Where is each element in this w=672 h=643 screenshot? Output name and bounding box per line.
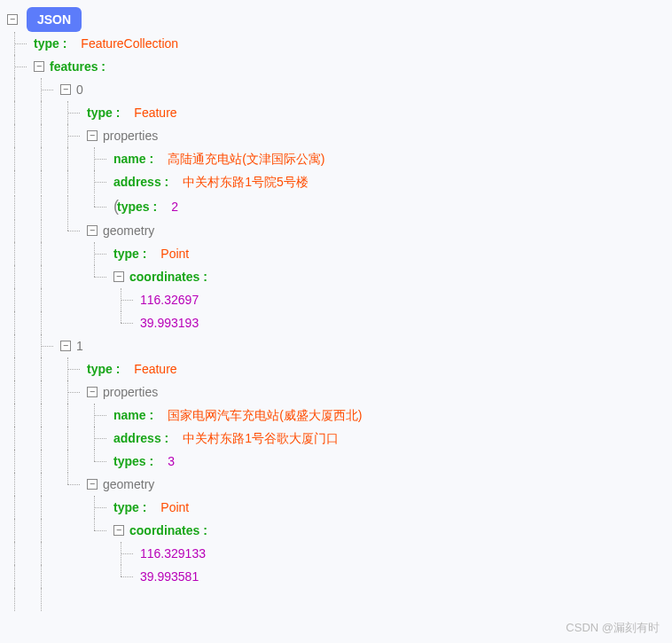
collapse-icon[interactable]: − xyxy=(87,387,98,397)
object-label: geometry xyxy=(103,474,154,494)
types-row: ( types : 2 xyxy=(7,193,665,219)
object-label: geometry xyxy=(103,221,154,240)
value-number: 39.993581 xyxy=(140,567,199,586)
name-row: name : 高陆通充电站(文津国际公寓) xyxy=(7,147,665,170)
geometry-row[interactable]: − geometry xyxy=(7,473,665,496)
types-row: types : 3 xyxy=(7,450,665,473)
collapse-icon[interactable]: − xyxy=(113,525,124,536)
key-label: type : xyxy=(34,34,66,53)
coord-row: 39.993193 xyxy=(7,311,665,334)
collapse-icon[interactable]: − xyxy=(7,14,18,25)
type-row: type : FeatureCollection xyxy=(7,32,665,55)
key-label: name : xyxy=(113,405,153,425)
collapse-icon[interactable]: − xyxy=(87,479,98,490)
value-string: 国家电网汽车充电站(威盛大厦西北) xyxy=(168,405,362,425)
value-string: Feature xyxy=(134,103,176,122)
coord-row: 39.993581 xyxy=(7,565,665,588)
object-label: properties xyxy=(103,126,158,145)
value-number: 39.993193 xyxy=(140,313,199,333)
address-row: address : 中关村东路1号院5号楼 xyxy=(7,170,665,193)
key-label: types : xyxy=(113,451,153,471)
key-label: name : xyxy=(113,149,153,169)
properties-row[interactable]: − properties xyxy=(7,124,665,147)
type-row: type : Feature xyxy=(7,357,665,380)
key-label: types : xyxy=(117,197,157,216)
properties-row[interactable]: − properties xyxy=(7,380,665,404)
coord-row: 116.32697 xyxy=(7,288,665,311)
key-label: type : xyxy=(113,498,146,517)
value-number: 2 xyxy=(171,197,178,216)
object-label: properties xyxy=(103,382,158,402)
key-label: coordinates : xyxy=(129,267,207,286)
collapse-icon[interactable]: − xyxy=(60,341,71,351)
address-row: address : 中关村东路1号谷歌大厦门口 xyxy=(7,427,665,450)
continuation xyxy=(7,588,665,611)
array-index: 1 xyxy=(76,336,83,356)
geom-type-row: type : Point xyxy=(7,496,665,519)
key-label: features : xyxy=(50,57,105,76)
root-row[interactable]: − JSON xyxy=(7,7,665,32)
value-number: 116.329133 xyxy=(140,544,206,563)
key-label: coordinates : xyxy=(129,521,207,540)
value-string: FeatureCollection xyxy=(81,34,178,53)
array-index: 0 xyxy=(76,80,83,99)
value-string: 中关村东路1号谷歌大厦门口 xyxy=(183,428,339,448)
collapse-icon[interactable]: − xyxy=(113,271,124,282)
array-index-row[interactable]: − 1 xyxy=(7,334,665,357)
json-tree: − JSON type : FeatureCollection − featur… xyxy=(7,7,665,611)
coord-row: 116.329133 xyxy=(7,542,665,565)
type-row: type : Feature xyxy=(7,101,665,124)
key-label: type : xyxy=(113,244,146,263)
root-badge: JSON xyxy=(27,7,82,32)
value-number: 116.32697 xyxy=(140,290,199,310)
collapse-icon[interactable]: − xyxy=(87,130,98,141)
coordinates-row[interactable]: − coordinates : xyxy=(7,519,665,542)
collapse-icon[interactable]: − xyxy=(60,84,71,95)
value-string: 中关村东路1号院5号楼 xyxy=(183,172,309,192)
geom-type-row: type : Point xyxy=(7,242,665,265)
collapse-icon[interactable]: − xyxy=(87,225,98,236)
value-string: Point xyxy=(160,498,189,517)
geometry-row[interactable]: − geometry xyxy=(7,219,665,242)
array-index-row[interactable]: − 0 xyxy=(7,78,665,101)
key-label: type : xyxy=(87,103,120,122)
key-label: type : xyxy=(87,359,120,379)
value-string: 高陆通充电站(文津国际公寓) xyxy=(168,149,324,169)
name-row: name : 国家电网汽车充电站(威盛大厦西北) xyxy=(7,404,665,427)
features-row[interactable]: − features : xyxy=(7,55,665,78)
value-number: 3 xyxy=(168,451,175,471)
value-string: Feature xyxy=(134,359,176,379)
coordinates-row[interactable]: − coordinates : xyxy=(7,265,665,288)
key-label: address : xyxy=(113,172,168,192)
collapse-icon[interactable]: − xyxy=(34,61,44,72)
value-string: Point xyxy=(160,244,189,263)
key-label: address : xyxy=(113,428,168,448)
